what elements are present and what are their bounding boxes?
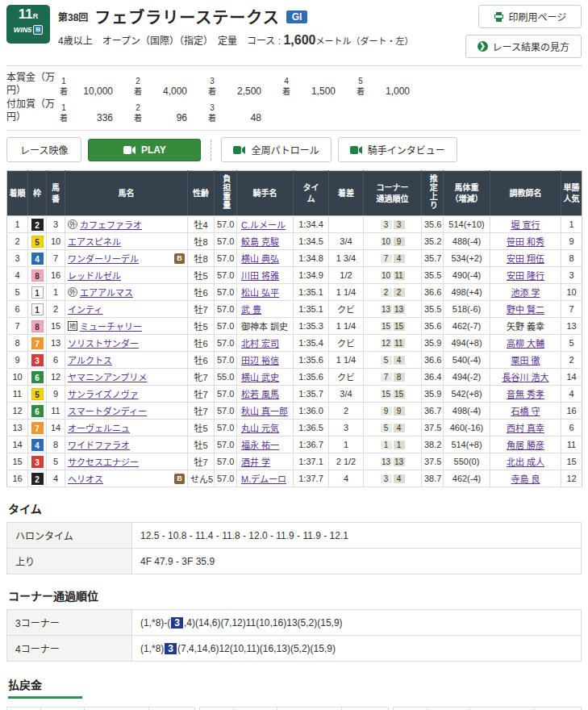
- trainer-name-link[interactable]: 音無 秀孝: [507, 390, 544, 399]
- result-row: 123外カフェファラオ牡457.0C.ルメール1:34.43335.6514(+…: [7, 216, 582, 233]
- foreign-bred-mark: 外: [68, 219, 77, 229]
- jockey-name-link[interactable]: M.デムーロ: [241, 474, 286, 484]
- results-column-header: 調教師名: [490, 171, 561, 216]
- prize-divider: [6, 130, 582, 131]
- corner3-position: 7: [381, 254, 392, 263]
- finish-position: 15: [7, 453, 28, 470]
- horse-name-link[interactable]: オーヴェルニュ: [68, 421, 130, 434]
- jockey-name-link[interactable]: 福永 祐一: [241, 441, 279, 450]
- horse-name-link[interactable]: カフェファラオ: [80, 218, 142, 231]
- trainer-name-link[interactable]: 野中 賢二: [507, 305, 544, 315]
- jockey-name-link[interactable]: 松若 風馬: [241, 390, 279, 399]
- finish-position: 8: [7, 335, 28, 352]
- horse-name-link[interactable]: サンライズノヴァ: [68, 387, 139, 400]
- jockey-name-link[interactable]: 秋山 真一郎: [241, 407, 288, 416]
- win-favorite-rank: 10: [561, 284, 582, 301]
- prize-place: 1着: [60, 102, 68, 123]
- horse-name-link[interactable]: ワンダーリーデル: [68, 252, 139, 265]
- waku-number-box: 3: [31, 354, 44, 366]
- horse-name-cell: 外カフェファラオ: [65, 216, 188, 233]
- jockey-name-link[interactable]: 川田 将雅: [241, 271, 279, 281]
- trainer-name-link[interactable]: 栗田 徹: [511, 356, 540, 365]
- sex-age: 牡6: [188, 284, 215, 301]
- horse-number: 10: [47, 233, 65, 250]
- trainer-name-link[interactable]: 高柳 大輔: [507, 339, 544, 349]
- trainer-name-link[interactable]: 角居 勝彦: [507, 441, 544, 450]
- sex-age: 牡7: [188, 403, 215, 420]
- jockey-name-link[interactable]: 横山 武史: [241, 373, 279, 382]
- prize-place-number: 3: [210, 102, 215, 113]
- carried-weight: 57.0: [215, 436, 237, 453]
- jockey-cell: 酒井 学: [237, 453, 294, 470]
- prize-amount: 4,000: [145, 86, 187, 97]
- trainer-name-link[interactable]: 安田 翔伍: [507, 254, 544, 264]
- horse-weight: 542(+8): [444, 386, 490, 403]
- jockey-cell: 武 豊: [237, 301, 294, 318]
- results-column-header: 馬名: [65, 171, 188, 216]
- waku-cell: 6: [28, 403, 47, 420]
- horse-name-link[interactable]: スマートダンディー: [68, 404, 147, 417]
- horse-name-link[interactable]: ワイドファラオ: [68, 438, 130, 451]
- finish-position: 6: [7, 301, 28, 318]
- jockey-cell: 秋山 真一郎: [237, 403, 294, 420]
- prize-place-suffix: 着: [208, 113, 216, 123]
- trainer-name-link[interactable]: 安田 隆行: [507, 271, 544, 281]
- last-3f-time: 35.5: [422, 267, 444, 284]
- horse-name-cell: 地ミューチャリー: [65, 318, 188, 335]
- trainer-name-link[interactable]: 堀 宣行: [511, 220, 540, 230]
- jockey-name-link[interactable]: 松山 弘平: [241, 288, 279, 298]
- jockey-name-link[interactable]: 横山 典弘: [241, 254, 279, 264]
- patrol-video-button[interactable]: 全周パトロール: [221, 137, 331, 162]
- horse-name-link[interactable]: エアスピネル: [68, 235, 121, 248]
- trainer-cell: 笹田 和秀: [490, 233, 561, 250]
- jockey-name-link[interactable]: 丸山 元気: [241, 424, 279, 433]
- prize-amount: 96: [145, 112, 187, 123]
- corner-positions-cell: 33: [364, 216, 422, 233]
- trainer-name-link[interactable]: 石橋 守: [511, 407, 540, 416]
- horse-name-link[interactable]: ヘリオス: [68, 472, 103, 485]
- trainer-name-link[interactable]: 西村 真幸: [507, 424, 544, 433]
- jockey-name-link[interactable]: 鮫島 克駿: [241, 237, 279, 247]
- jockey-name-link[interactable]: 武 豊: [241, 305, 261, 315]
- horse-name-link[interactable]: サクセスエナジー: [68, 455, 139, 468]
- race-video-button[interactable]: レース映像: [6, 137, 81, 162]
- horse-name-link[interactable]: アルクトス: [68, 353, 112, 366]
- finish-time: 1:35.6: [294, 369, 329, 386]
- result-guide-button[interactable]: レース結果の見方: [465, 35, 582, 58]
- win-favorite-rank: 8: [561, 250, 582, 267]
- horse-name-link[interactable]: エアアルマス: [80, 286, 133, 299]
- sex-age: 牡5: [188, 436, 215, 453]
- trainer-name-link[interactable]: 寺島 良: [511, 474, 540, 484]
- waku-cell: 6: [28, 369, 47, 386]
- jockey-name-link[interactable]: 田辺 裕信: [241, 356, 279, 365]
- finish-position: 10: [7, 369, 28, 386]
- horse-name-link[interactable]: ソリストサンダー: [68, 336, 139, 349]
- corner-positions-cell: 1011: [364, 267, 422, 284]
- jockey-name-link[interactable]: 酒井 学: [241, 457, 270, 467]
- result-row: 1624ヘリオスBせん557.0M.デムーロ1:37.743438.7462(-…: [7, 470, 582, 487]
- jockey-name-link[interactable]: 北村 宏司: [241, 339, 279, 349]
- trainer-name-link[interactable]: 笹田 和秀: [507, 237, 544, 247]
- horse-name-link[interactable]: レッドルゼル: [68, 269, 121, 282]
- jockey-name-link[interactable]: C.ルメール: [241, 220, 286, 230]
- horse-name-link[interactable]: インティ: [68, 303, 102, 315]
- last-3f-time: 36.4: [422, 369, 444, 386]
- horse-name-link[interactable]: ヤマニンアンプリメ: [68, 370, 147, 383]
- trainer-name-link[interactable]: 池添 学: [511, 288, 540, 298]
- jockey-interview-button[interactable]: 騎手インタビュー: [338, 137, 457, 162]
- race-conditions: 4歳以上 オープン（国際）（指定） 定量: [58, 36, 237, 47]
- trainer-name-link[interactable]: 北出 成人: [507, 457, 544, 467]
- prize-place-number: 2: [136, 102, 140, 113]
- finish-time: 1:34.5: [294, 233, 329, 250]
- play-button[interactable]: PLAY: [88, 139, 201, 161]
- margin: クビ: [329, 301, 364, 318]
- horse-name-link[interactable]: ミューチャリー: [80, 320, 142, 332]
- print-page-button[interactable]: 印刷用ページ: [478, 5, 582, 28]
- corner4-position: 11: [394, 339, 405, 348]
- last-3f-time: 37.5: [422, 420, 444, 436]
- trainer-name-link[interactable]: 長谷川 浩大: [502, 373, 548, 382]
- finish-position: 9: [7, 352, 28, 369]
- horse-weight: 534(+2): [444, 250, 490, 267]
- corner-positions-cell: 22: [364, 284, 422, 301]
- result-row: 1159サンライズノヴァ牡757.0松若 風馬1:35.73/4151535.9…: [7, 386, 582, 403]
